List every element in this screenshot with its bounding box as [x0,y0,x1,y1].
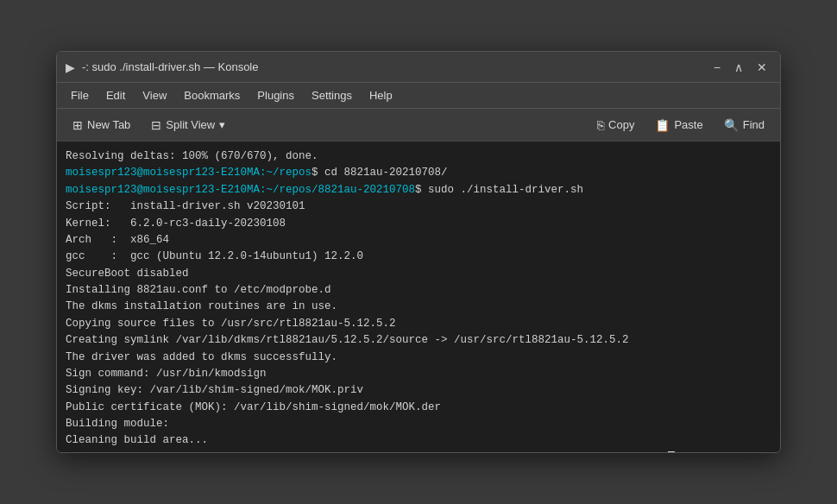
konsole-window: ▶ -: sudo ./install-driver.sh — Konsole … [56,51,781,453]
menu-item-edit[interactable]: Edit [99,86,132,104]
terminal-line: Cleaning build area... [66,432,771,449]
find-icon: 🔍 [724,118,739,132]
terminal-line: moisespr123@moisespr123-E210MA:~/repos$ … [66,165,771,181]
paste-label: Paste [674,118,702,131]
terminal-line: moisespr123@moisespr123-E210MA:~/repos/8… [66,182,771,198]
copy-label: Copy [608,118,634,131]
close-button[interactable]: ✕ [752,59,771,76]
terminal-line: Public certificate (MOK): /var/lib/shim-… [66,400,771,416]
terminal-line: The dkms installation routines are in us… [66,299,771,315]
copy-button[interactable]: ⎘ Copy [588,115,643,135]
terminal-line: Signing key: /var/lib/shim-signed/mok/MO… [66,382,771,399]
menu-item-bookmarks[interactable]: Bookmarks [177,86,247,104]
title-bar: ▶ -: sudo ./install-driver.sh — Konsole … [57,52,780,83]
terminal-line: Resolving deltas: 100% (670/670), done. [66,148,771,165]
find-label: Find [743,118,765,131]
terminal-line: gcc : gcc (Ubuntu 12.2.0-14ubuntu1) 12.2… [66,249,771,265]
split-view-button[interactable]: ⊟ Split View ▾ [142,115,234,135]
menu-bar: FileEditViewBookmarksPluginsSettingsHelp [57,83,780,109]
minimize-button[interactable]: − [709,59,725,76]
new-tab-icon: ⊞ [72,118,83,132]
terminal-line: The driver was added to dkms successfull… [66,350,771,366]
paste-button[interactable]: 📋 Paste [646,115,711,135]
menu-item-file[interactable]: File [64,86,96,104]
new-tab-button[interactable]: ⊞ New Tab [64,115,139,135]
terminal-line: Creating symlink /var/lib/dkms/rtl8821au… [66,332,771,349]
terminal-line: Arch : x86_64 [66,232,771,249]
terminal-line: Script: install-driver.sh v20230101 [66,198,771,215]
menu-item-plugins[interactable]: Plugins [250,86,301,104]
terminal-line: Installing 8821au.conf to /etc/modprobe.… [66,282,771,299]
terminal-line: SecureBoot disabled [66,266,771,282]
terminal-cursor [668,451,675,452]
terminal-icon: ▶ [66,60,75,74]
copy-icon: ⎘ [597,118,604,132]
terminal-line: Sign command: /usr/bin/kmodsign [66,366,771,382]
terminal-line: Building module: [66,416,771,432]
split-view-label: Split View [166,118,215,131]
paste-icon: 📋 [655,118,670,132]
new-tab-label: New Tab [87,118,130,131]
terminal-line: Kernel: 6.2.0-rc3-daily-20230108 [66,216,771,232]
menu-item-help[interactable]: Help [362,86,400,104]
title-bar-left: ▶ -: sudo ./install-driver.sh — Konsole [66,60,258,74]
terminal-line: 'make' -j2 KVER=6.2.0-rc3-daily-20230108… [66,450,771,452]
menu-item-settings[interactable]: Settings [305,86,359,104]
menu-item-view[interactable]: View [135,86,173,104]
window-title: -: sudo ./install-driver.sh — Konsole [82,60,258,73]
split-view-chevron-icon: ▾ [219,118,225,131]
toolbar: ⊞ New Tab ⊟ Split View ▾ ⎘ Copy 📋 Paste … [57,109,780,142]
find-button[interactable]: 🔍 Find [715,115,773,135]
split-view-icon: ⊟ [151,118,161,132]
title-bar-controls: − ∧ ✕ [709,59,771,76]
terminal-output[interactable]: Resolving deltas: 100% (670/670), done.m… [57,142,780,452]
terminal-line: Copying source files to /usr/src/rtl8821… [66,316,771,332]
maximize-button[interactable]: ∧ [730,59,747,76]
